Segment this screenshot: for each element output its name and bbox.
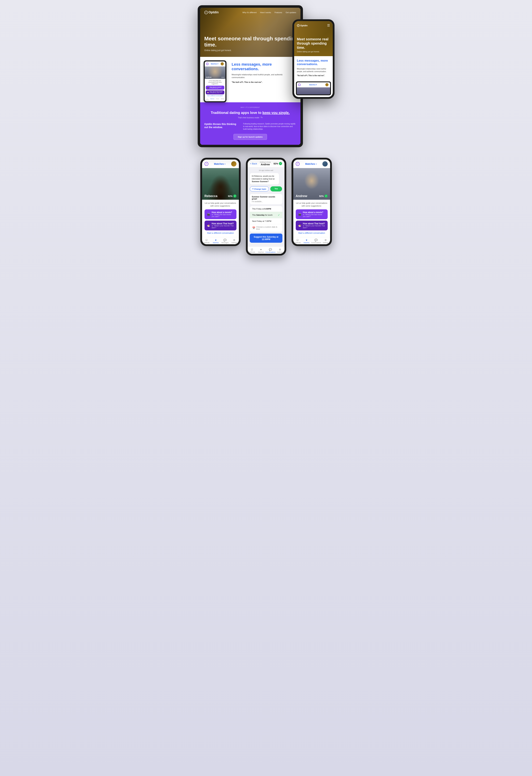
tpm-title: Matches ▾: [211, 63, 219, 65]
yes-button[interactable]: Yes: [270, 186, 282, 191]
phone1-thai-btn[interactable]: 🍜 How about Thai food? or "What's your f…: [205, 221, 236, 230]
phone3-movie-btn[interactable]: 🎬 How about a movie? or "What's the last…: [296, 209, 328, 219]
signup-button[interactable]: Sign up for launch updates: [234, 134, 267, 140]
phone1-start-different[interactable]: Start a different conversation: [205, 232, 236, 234]
phone1-movie-texts: How about a movie? or "What's the last m…: [212, 211, 234, 217]
suggest-button[interactable]: Suggest this Saturday at 12:00PM: [250, 234, 282, 243]
p3-conversations-icon: 💬: [311, 239, 321, 241]
phone3-btn2-main: How about Thai food?: [303, 222, 325, 225]
movie-icon: 🎬: [207, 213, 210, 216]
phone1-btn2-sub: or "What's your favorite Thai dish?": [212, 225, 234, 229]
tpm-btn-thai-text: How about Thai food?: [210, 91, 223, 92]
nav-link-why[interactable]: Why it's different: [242, 11, 257, 13]
phone3-nav-methods[interactable]: ☑ Methods: [293, 239, 302, 243]
tpm-header: Matches ▾: [205, 61, 225, 66]
venue-name: Summer Summer: [252, 180, 268, 183]
phone-hero-top: Optdin ☰ Meet someone real through spend…: [294, 21, 333, 56]
phone2-pct-text: 92%: [273, 162, 278, 165]
phone2-nav-conversations[interactable]: 💬 Conversations: [265, 248, 276, 253]
phone3-title-row: Matches ▾: [305, 163, 317, 165]
change-topic-button[interactable]: ▾ Change topic: [250, 186, 269, 191]
phone3-thai-btn[interactable]: 🍜 How about Thai food? or "What's your f…: [296, 221, 328, 230]
phone1-screen: Matches ▾ Rebecca 92% Let us help guide …: [202, 160, 239, 244]
thai-icon: 🍜: [207, 91, 209, 93]
phone2-header-center: Getting to know Andrew: [259, 161, 272, 166]
tpm-nav-convos[interactable]: Convo: [215, 98, 220, 101]
matches-icon: ♥: [211, 239, 221, 241]
pmm-avatar: [325, 83, 328, 86]
p3-thai-icon: 🍜: [298, 224, 301, 227]
tpm-btn-thai[interactable]: 🍜 How about Thai food? or "What's your f…: [206, 90, 224, 94]
curved-arrow-icon: ↷: [260, 116, 263, 119]
phone3-header: Matches ▾: [293, 160, 330, 168]
phone2-time-options: This Friday at 6:00PM This Saturday for …: [250, 206, 282, 232]
tpm-nav-methods[interactable]: ☑ Methods: [205, 98, 210, 101]
phone2-nav-methods[interactable]: ☑ Methods: [248, 248, 257, 253]
phone2-custom-option[interactable]: 📅 Choose a custom date & time: [250, 224, 282, 232]
phone2-timestamp: 2m ago Andrew said: [250, 170, 282, 171]
tpm-nav-matches[interactable]: Matches: [210, 98, 215, 101]
tablet-hero-title: Meet someone real through spending time.: [204, 36, 300, 48]
tpm-profile-name: Andrew: [206, 76, 212, 78]
tpm-avatar: [221, 62, 224, 65]
phone1-nav-messages-label: Messages: [221, 242, 229, 243]
tpm-content: Let us help guide your conversations wit…: [205, 79, 225, 98]
tablet-why-sub: That's their business model ↷: [204, 116, 296, 119]
phone1-guide: Let us help guide your conversations wit…: [205, 202, 236, 207]
phone3-guide: Let us help guide your conversations wit…: [296, 202, 328, 207]
phone2-custom: 📅 Choose a custom date & time: [252, 226, 280, 230]
phone-logo-icon: [297, 24, 300, 27]
phone1-nav-methods[interactable]: ☑ Methods: [202, 239, 211, 243]
phone1-btn2-main: How about Thai food?: [212, 222, 234, 225]
phone3-nav-settings-label: Settings: [323, 242, 328, 243]
phone2-nav-settings[interactable]: ⚙ Settings: [276, 248, 284, 253]
phone2-header-label: Getting to know: [259, 161, 272, 163]
phone1-nav-methods-label: Methods: [204, 242, 210, 243]
phone1-nav-matches-label: Matches: [213, 242, 219, 243]
nav-link-features[interactable]: Features: [274, 11, 282, 13]
phone2-pct: 92%: [273, 162, 282, 165]
phone1-nav-matches[interactable]: ♥ Matches: [211, 239, 221, 243]
phone2-actions: ▾ Change topic Yes: [250, 186, 282, 191]
phone1-title: Matches: [214, 163, 224, 165]
tpm-link[interactable]: Start a different conversation: [206, 95, 224, 96]
phone3-nav-conversations[interactable]: 💬 Conversations: [311, 239, 321, 243]
phone2-nav-matches[interactable]: ♥ Matches: [256, 248, 265, 253]
phone1-body: Let us help guide your conversations wit…: [202, 200, 239, 237]
pmm-header: Matches ▾: [297, 82, 330, 87]
phone2-nav-matches-label: Matches: [258, 251, 264, 253]
top-section: Optdin Why it's different How it works F…: [4, 5, 528, 147]
phone2-time-option-2[interactable]: This Saturday for lunch ✓: [250, 212, 282, 218]
tablet-right-text: Less messages, more conversations. Meani…: [230, 60, 297, 87]
tablet-phone-mock: Matches ▾ Andrew 91% Let us help guide y…: [204, 60, 226, 102]
tpm-nav-settings[interactable]: Settings: [220, 98, 225, 101]
phone2-time-option-3[interactable]: Next Friday at 7:30PM: [250, 218, 282, 224]
phone1-chevron-icon: ▾: [225, 163, 225, 165]
phone-nav-top: Optdin ☰: [294, 21, 333, 30]
phone3-nav-methods-label: Methods: [295, 242, 301, 243]
phone-mini-screen: Matches ▾: [297, 82, 330, 94]
hamburger-icon[interactable]: ☰: [327, 23, 330, 27]
why-col-left-title: Optdin throws this thinking out the wind…: [204, 123, 240, 129]
phone2-time-option-1[interactable]: This Friday at 6:00PM: [250, 206, 282, 212]
phone1-btn1-sub: or "What's the last movie you saw?": [212, 214, 234, 217]
tablet-hero-sub: Online dating just got honest.: [204, 49, 300, 52]
saturday-text: Saturday: [256, 214, 265, 216]
phone3-start-different[interactable]: Start a different conversation: [296, 232, 328, 234]
phone1-nav-messages[interactable]: 💬 Messages: [221, 239, 230, 243]
phone3-btn1-main: How about a movie?: [303, 211, 325, 214]
tablet-nav-links: Why it's different How it works Features…: [242, 11, 296, 13]
tablet-frame: Optdin Why it's different How it works F…: [198, 5, 303, 147]
nav-link-how[interactable]: How it works: [260, 11, 271, 13]
phone3-avatar: [322, 161, 328, 167]
tpm-guide: Let us help guide your conversations wit…: [206, 80, 224, 84]
phone2-back-button[interactable]: < Back: [250, 162, 257, 165]
phone1-movie-btn[interactable]: 🎬 How about a movie? or "What's the last…: [205, 209, 236, 219]
phone3-nav-settings[interactable]: ⚙ Settings: [321, 239, 330, 243]
phone3-bottom-nav: ☑ Methods ♥ Matches 💬 Conversations ⚙ Se…: [293, 237, 330, 244]
tpm-btn-movie[interactable]: 🎬 How about a movie? or "What's the last…: [206, 85, 224, 90]
phone1-nav-settings[interactable]: ⚙ Settings: [230, 239, 239, 243]
pmm-chevron: ▾: [316, 84, 317, 85]
nav-link-updates[interactable]: Get updates: [286, 11, 296, 13]
phone3-nav-matches[interactable]: ♥ Matches: [302, 239, 311, 243]
